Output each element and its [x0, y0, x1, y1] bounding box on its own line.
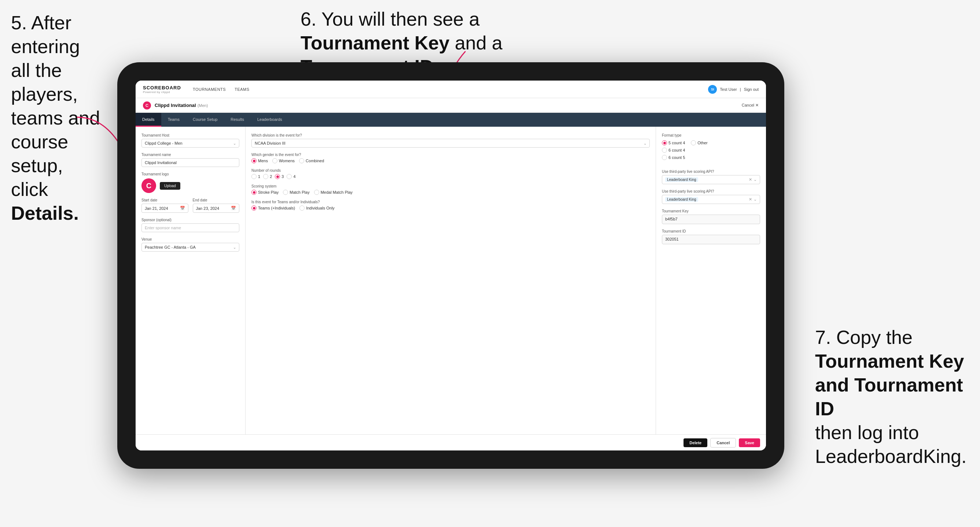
third-party-2-label: Use third-party live scoring API? — [662, 189, 760, 194]
teams-plus-individuals[interactable]: Teams (+Individuals) — [251, 205, 295, 211]
third-party-2-group: Use third-party live scoring API? Leader… — [662, 189, 760, 204]
avatar: SI — [708, 85, 717, 94]
end-date-label: End date — [193, 198, 240, 202]
footer: Delete Cancel Save — [135, 434, 766, 451]
third-party-2-tag: Leaderboard King — [665, 197, 698, 202]
tab-course-setup[interactable]: Course Setup — [186, 113, 224, 127]
radio-5count4-icon — [662, 140, 667, 145]
tab-teams[interactable]: Teams — [161, 113, 186, 127]
scoring-medal-match[interactable]: Medal Match Play — [314, 190, 353, 195]
main-content: Tournament Host Clippd College - Men ⌄ T… — [135, 127, 766, 434]
clear-icon-2[interactable]: ✕ — [749, 197, 752, 202]
chevron-down-tp2-icon[interactable]: ⌄ — [754, 197, 757, 202]
tournament-logo-group: Tournament logo C Upload — [142, 172, 239, 193]
division-group: Which division is the event for? NCAA Di… — [251, 133, 650, 148]
tournament-host-input[interactable]: Clippd College - Men ⌄ — [142, 139, 239, 148]
nav-teams[interactable]: TEAMS — [235, 87, 249, 92]
third-party-1-input[interactable]: Leaderboard King ✕ ⌄ — [662, 175, 760, 184]
end-date-input[interactable]: Jan 23, 2024 📅 — [193, 204, 240, 213]
radio-round1-icon — [251, 174, 256, 179]
tournament-key-label: Tournament Key — [662, 209, 760, 213]
tab-leaderboards[interactable]: Leaderboards — [251, 113, 289, 127]
cancel-button[interactable]: Cancel ✕ — [742, 103, 759, 108]
format-other[interactable]: Other — [691, 140, 708, 145]
rounds-3[interactable]: 3 — [275, 174, 284, 179]
delete-button[interactable]: Delete — [684, 438, 707, 447]
radio-match-icon — [283, 190, 288, 195]
radio-round4-icon — [286, 174, 292, 179]
tournament-logo: C — [143, 102, 151, 110]
tournament-name-label: Tournament name — [142, 153, 239, 157]
brand-title: SCOREBOARD — [143, 85, 181, 90]
format-type-label: Format type — [662, 133, 760, 137]
venue-group: Venue Peachtree GC - Atlanta - GA ⌄ — [142, 237, 239, 252]
radio-other-icon — [691, 140, 696, 145]
logo-area: C Upload — [142, 178, 239, 193]
rounds-1[interactable]: 1 — [251, 174, 260, 179]
chevron-down-tp1-icon[interactable]: ⌄ — [754, 177, 757, 182]
format-type-group: Format type 5 count 4 6 count 4 — [662, 133, 760, 164]
input-actions-1: ✕ ⌄ — [749, 177, 757, 182]
rounds-group: Number of rounds 1 2 3 — [251, 168, 650, 179]
gender-mens[interactable]: Mens — [251, 158, 268, 163]
annotation-bottom-right: 7. Copy the Tournament Key and Tournamen… — [815, 325, 969, 468]
teams-label: Is this event for Teams and/or Individua… — [251, 200, 650, 204]
scoring-group: Scoring system Stroke Play Match Play — [251, 184, 650, 195]
gender-combined[interactable]: Combined — [299, 158, 324, 163]
radio-teams-icon — [251, 205, 256, 211]
start-date-input[interactable]: Jan 21, 2024 📅 — [142, 204, 188, 213]
gender-radio-group: Mens Womens Combined — [251, 158, 650, 163]
rounds-2[interactable]: 2 — [263, 174, 272, 179]
teams-radio-group: Teams (+Individuals) Individuals Only — [251, 205, 650, 211]
teams-group: Is this event for Teams and/or Individua… — [251, 200, 650, 211]
scoring-stroke-play[interactable]: Stroke Play — [251, 190, 278, 195]
gender-womens[interactable]: Womens — [272, 158, 295, 163]
start-date-label: Start date — [142, 198, 188, 202]
format-6count5[interactable]: 6 count 5 — [662, 155, 685, 160]
scoring-match-play[interactable]: Match Play — [283, 190, 309, 195]
tournament-logo-label: Tournament logo — [142, 172, 239, 176]
third-party-1-label: Use third-party live scoring API? — [662, 170, 760, 174]
save-button[interactable]: Save — [739, 438, 760, 447]
upload-button[interactable]: Upload — [160, 182, 180, 190]
cancel-button-footer[interactable]: Cancel — [710, 438, 736, 448]
individuals-only[interactable]: Individuals Only — [299, 205, 335, 211]
tournament-id-value: 302051 — [662, 235, 760, 244]
clear-icon-1[interactable]: ✕ — [749, 177, 752, 182]
format-options-right: Other — [691, 140, 708, 160]
tournament-title: Clippd Invitational — [155, 103, 196, 108]
third-party-2-input[interactable]: Leaderboard King ✕ ⌄ — [662, 195, 760, 204]
radio-round2-icon — [263, 174, 268, 179]
tab-bar: Details Teams Course Setup Results Leade… — [135, 113, 766, 127]
format-5count4[interactable]: 5 count 4 — [662, 140, 685, 145]
tournament-subtitle: (Men) — [197, 103, 208, 108]
rounds-label: Number of rounds — [251, 168, 650, 173]
format-options-left: 5 count 4 6 count 4 6 count 5 — [662, 140, 685, 160]
sign-out-link[interactable]: Sign out — [744, 87, 759, 92]
format-6count4[interactable]: 6 count 4 — [662, 148, 685, 153]
nav-tournaments[interactable]: TOURNAMENTS — [193, 87, 226, 92]
third-party-1-tag: Leaderboard King — [665, 177, 698, 182]
third-party-1-group: Use third-party live scoring API? Leader… — [662, 170, 760, 184]
logo-circle: C — [142, 178, 156, 193]
radio-womens-icon — [272, 158, 277, 163]
sponsor-input[interactable]: Enter sponsor name — [142, 224, 239, 232]
navbar: SCOREBOARD Powered by clippd TOURNAMENTS… — [135, 81, 766, 98]
division-input[interactable]: NCAA Division III ⌄ — [251, 139, 650, 148]
venue-input[interactable]: Peachtree GC - Atlanta - GA ⌄ — [142, 243, 239, 252]
gender-group: Which gender is the event for? Mens Wome… — [251, 153, 650, 163]
nav-separator: | — [740, 87, 741, 92]
tournament-id-group: Tournament ID 302051 — [662, 229, 760, 244]
calendar-icon: 📅 — [180, 206, 185, 211]
venue-label: Venue — [142, 237, 239, 241]
tournament-host-group: Tournament Host Clippd College - Men ⌄ — [142, 133, 239, 148]
chevron-down-venue-icon: ⌄ — [233, 245, 236, 249]
sponsor-group: Sponsor (optional) Enter sponsor name — [142, 218, 239, 232]
navbar-right: SI Test User | Sign out — [708, 85, 759, 94]
tournament-name-input[interactable]: Clippd Invitational — [142, 158, 239, 167]
tab-details[interactable]: Details — [135, 113, 161, 127]
format-options-row: 5 count 4 6 count 4 6 count 5 — [662, 140, 760, 164]
rounds-4[interactable]: 4 — [286, 174, 295, 179]
tab-results[interactable]: Results — [224, 113, 251, 127]
gender-label: Which gender is the event for? — [251, 153, 650, 157]
